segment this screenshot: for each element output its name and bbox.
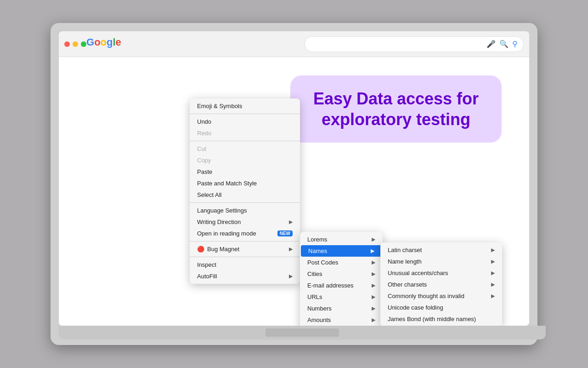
separator: [190, 202, 300, 203]
page-content: Easy Data access for exploratory testing…: [59, 57, 529, 326]
submenu-arrow: ▶: [491, 259, 495, 264]
menu-commonly-invalid[interactable]: Commonly thought as invalid ▶: [380, 290, 502, 302]
submenu-arrow: ▶: [289, 219, 293, 225]
separator: [190, 114, 300, 114]
menu-cut: Cut: [190, 143, 300, 155]
submenu-arrow: ▶: [491, 293, 495, 299]
laptop: Google 🎤 🔍 ⚲ Easy Data access for explor…: [51, 23, 537, 345]
menu-names[interactable]: Names ▶: [301, 245, 382, 257]
browser-chrome: Google 🎤 🔍 ⚲: [59, 31, 529, 57]
menu-paste-match-style[interactable]: Paste and Match Style: [190, 178, 300, 189]
window-controls: [64, 41, 86, 47]
context-menu-names: Latin charset ▶ Name length ▶ Unusual ac…: [380, 242, 502, 326]
menu-urls[interactable]: URLs ▶: [300, 291, 383, 303]
close-button[interactable]: [64, 41, 70, 47]
menu-language-settings[interactable]: Language Settings: [190, 205, 300, 216]
search-bar[interactable]: 🎤 🔍 ⚲: [305, 36, 524, 52]
menu-name-length[interactable]: Name length ▶: [380, 256, 502, 267]
trackpad[interactable]: [266, 328, 339, 337]
hero-title: Easy Data access for exploratory testing: [305, 88, 487, 130]
menu-other-charsets[interactable]: Other charsets ▶: [380, 279, 502, 290]
new-badge: NEW: [277, 230, 293, 236]
submenu-arrow: ▶: [372, 294, 375, 300]
hero-banner: Easy Data access for exploratory testing: [290, 75, 502, 143]
submenu-arrow: ▶: [372, 305, 375, 311]
menu-undo[interactable]: Undo: [190, 116, 300, 127]
menu-writing-direction[interactable]: Writing Direction ▶: [190, 216, 300, 228]
submenu-arrow: ▶: [491, 270, 495, 276]
bug-magnet-icon: 🔴: [197, 246, 204, 253]
maximize-button[interactable]: [81, 41, 86, 47]
submenu-arrow: ▶: [372, 282, 375, 288]
menu-post-codes[interactable]: Post Codes ▶: [300, 257, 383, 268]
menu-copy: Copy: [190, 155, 300, 166]
menu-cities[interactable]: Cities ▶: [300, 268, 383, 280]
google-logo: Google: [86, 36, 121, 48]
microphone-icon[interactable]: 🎤: [486, 40, 496, 48]
minimize-button[interactable]: [73, 41, 78, 47]
submenu-arrow: ▶: [372, 271, 375, 277]
screen: Google 🎤 🔍 ⚲ Easy Data access for explor…: [59, 31, 529, 326]
menu-lorems[interactable]: Lorems ▶: [300, 234, 383, 245]
menu-emoji-symbols[interactable]: Emoji & Symbols: [190, 100, 300, 112]
menu-autofill[interactable]: AutoFill ▶: [190, 270, 300, 282]
separator: [190, 141, 300, 141]
submenu-arrow: ▶: [372, 317, 375, 323]
search-icon[interactable]: ⚲: [512, 40, 518, 48]
menu-open-reading-mode[interactable]: Open in reading mode NEW: [190, 228, 300, 239]
menu-redo: Redo: [190, 127, 300, 139]
menu-email-addresses[interactable]: E-mail addresses ▶: [300, 280, 383, 291]
submenu-arrow: ▶: [289, 246, 293, 252]
menu-select-all[interactable]: Select All: [190, 189, 300, 201]
menu-latin-charset[interactable]: Latin charset ▶: [380, 244, 502, 256]
menu-james-bond[interactable]: James Bond (with middle names): [380, 313, 502, 325]
menu-unusual-accents[interactable]: Unusual accents/chars ▶: [380, 267, 502, 279]
menu-amounts[interactable]: Amounts ▶: [300, 314, 383, 326]
separator: [190, 257, 300, 257]
context-menu-bug-magnet: Lorems ▶ Names ▶ Post Codes ▶ Cities ▶ E…: [300, 232, 383, 326]
context-menu-browser: Emoji & Symbols Undo Redo Cut Copy Paste: [190, 98, 300, 284]
submenu-arrow: ▶: [372, 236, 375, 242]
menu-bug-magnet[interactable]: 🔴Bug Magnet ▶: [190, 243, 300, 255]
menu-numbers[interactable]: Numbers ▶: [300, 303, 383, 314]
submenu-arrow: ▶: [371, 248, 374, 254]
menu-unicode-case-folding[interactable]: Unicode case folding: [380, 302, 502, 313]
submenu-arrow: ▶: [491, 247, 495, 253]
menu-inspect[interactable]: Inspect: [190, 259, 300, 270]
laptop-base: [59, 326, 546, 339]
lens-icon[interactable]: 🔍: [499, 40, 509, 48]
separator: [190, 241, 300, 242]
submenu-arrow: ▶: [372, 259, 375, 265]
submenu-arrow: ▶: [289, 273, 293, 279]
menu-paste[interactable]: Paste: [190, 166, 300, 178]
submenu-arrow: ▶: [491, 282, 495, 288]
